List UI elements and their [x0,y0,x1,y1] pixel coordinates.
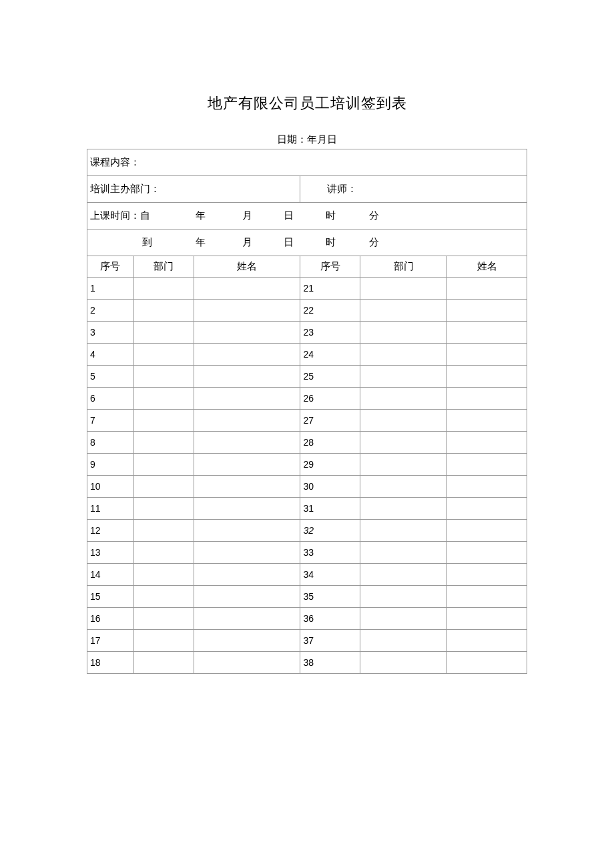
table-row: 1434 [87,564,527,586]
attendance-table: 课程内容： 培训主办部门： 讲师： 上课时间：自 年 月 日 时 分 [87,149,527,674]
name-right [447,366,527,388]
host-dept-cell: 培训主办部门： [87,176,300,203]
seq-left: 15 [87,586,134,608]
name-left [194,344,300,366]
seq-right: 28 [300,432,360,454]
instructor-label: 讲师： [327,183,357,194]
day-label: 日 [270,209,307,222]
minute-label: 分 [354,209,394,222]
seq-right: 24 [300,344,360,366]
name-right [447,454,527,476]
course-content-label: 课程内容： [90,157,140,167]
seq-left: 8 [87,432,134,454]
name-left [194,278,300,300]
dept-left [133,630,194,652]
seq-right: 30 [300,476,360,498]
to-label: 到 [90,236,177,249]
dept-right [360,520,447,542]
dept-left [133,432,194,454]
name-left [194,586,300,608]
dept-right [360,476,447,498]
table-row: 828 [87,432,527,454]
dept-right [360,388,447,410]
date-line: 日期：年月日 [87,133,527,146]
name-right [447,630,527,652]
seq-left: 1 [87,278,134,300]
name-left [194,608,300,630]
name-right [447,564,527,586]
seq-right: 34 [300,564,360,586]
name-left [194,388,300,410]
time-to-row: 到 年 月 日 时 分 [87,230,527,256]
dept-left [133,520,194,542]
name-left [194,322,300,344]
seq-right: 25 [300,366,360,388]
name-left [194,498,300,520]
seq-right: 22 [300,300,360,322]
dept-right [360,608,447,630]
seq-left: 3 [87,322,134,344]
dept-left [133,410,194,432]
seq-left: 7 [87,410,134,432]
dept-left [133,344,194,366]
table-row: 626 [87,388,527,410]
seq-left: 10 [87,476,134,498]
name-right [447,520,527,542]
instructor-cell: 讲师： [300,176,527,203]
table-row: 222 [87,300,527,322]
dept-right [360,432,447,454]
name-left [194,520,300,542]
header-dept-right: 部门 [360,256,447,278]
dept-left [133,652,194,674]
dept-right [360,300,447,322]
seq-left: 17 [87,630,134,652]
month-label: 月 [224,209,270,222]
month-label-2: 月 [224,236,270,249]
name-right [447,388,527,410]
name-left [194,454,300,476]
dept-right [360,586,447,608]
dept-left [133,498,194,520]
table-row: 424 [87,344,527,366]
table-row: 1838 [87,652,527,674]
name-right [447,498,527,520]
seq-right: 36 [300,608,360,630]
seq-right: 32 [300,520,360,542]
seq-right: 29 [300,454,360,476]
page-title: 地产有限公司员工培训签到表 [87,93,527,113]
seq-right: 21 [300,278,360,300]
name-right [447,300,527,322]
name-right [447,586,527,608]
table-row: 1737 [87,630,527,652]
minute-label-2: 分 [354,236,394,249]
table-row: 1636 [87,608,527,630]
seq-left: 13 [87,542,134,564]
dept-right [360,454,447,476]
host-dept-label: 培训主办部门： [90,183,160,194]
dept-left [133,388,194,410]
header-seq-right: 序号 [300,256,360,278]
seq-left: 2 [87,300,134,322]
course-content-row: 课程内容： [87,149,527,176]
table-row: 929 [87,454,527,476]
name-right [447,278,527,300]
dept-left [133,564,194,586]
table-row: 727 [87,410,527,432]
seq-left: 18 [87,652,134,674]
dept-right [360,278,447,300]
name-left [194,564,300,586]
table-row: 1030 [87,476,527,498]
name-left [194,366,300,388]
dept-left [133,300,194,322]
dept-right [360,630,447,652]
name-left [194,476,300,498]
seq-left: 14 [87,564,134,586]
dept-right [360,652,447,674]
table-row: 1232 [87,520,527,542]
seq-left: 9 [87,454,134,476]
dept-left [133,454,194,476]
table-row: 323 [87,322,527,344]
name-right [447,344,527,366]
seq-left: 16 [87,608,134,630]
header-seq-left: 序号 [87,256,134,278]
